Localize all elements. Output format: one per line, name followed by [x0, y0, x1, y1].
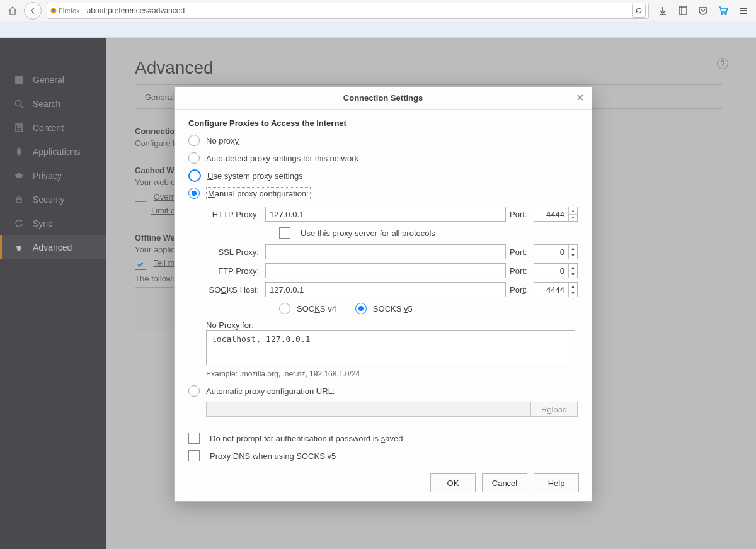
cart-button[interactable] — [714, 2, 732, 20]
noproxy-textarea[interactable] — [206, 330, 575, 365]
socks4-label: SOCKS v4 — [297, 304, 336, 314]
spinner[interactable]: ▲▼ — [568, 283, 577, 297]
downloads-button[interactable] — [654, 2, 672, 20]
connection-settings-dialog: Connection Settings Configure Proxies to… — [174, 86, 592, 502]
use-all-row: Use this proxy server for all protocols — [279, 224, 578, 242]
close-icon — [576, 94, 584, 101]
radio-label: Use system proxy settings — [207, 171, 303, 181]
dialog-body: Configure Proxies to Access the Internet… — [175, 110, 592, 421]
cancel-button[interactable]: Cancel — [482, 473, 527, 492]
proxydns-label: Proxy DNS when using SOCKS v5 — [210, 451, 336, 461]
port-label: Port: — [510, 247, 530, 257]
close-button[interactable] — [576, 93, 584, 103]
http-port-field[interactable] — [534, 207, 568, 221]
http-port-input[interactable]: ▲▼ — [534, 207, 578, 222]
radio-system-row: Use system proxy settings — [188, 167, 578, 184]
home-icon — [8, 6, 18, 16]
pocket-button[interactable] — [694, 2, 712, 20]
svg-rect-2 — [679, 7, 687, 14]
noprompt-row: Do not prompt for authentication if pass… — [188, 429, 578, 447]
ftp-port-field[interactable] — [534, 264, 568, 278]
url-input[interactable] — [83, 6, 629, 15]
ssl-host-input[interactable] — [265, 244, 506, 259]
socks-host-input[interactable] — [265, 282, 506, 297]
port-label: Port: — [510, 266, 530, 276]
help-button[interactable]: Help — [534, 473, 579, 492]
ssl-label: SSL Proxy: — [206, 247, 261, 257]
ok-button[interactable]: OK — [430, 473, 476, 492]
home-button[interactable] — [4, 2, 21, 20]
radio-autodetect-row: Auto-detect proxy settings for this netw… — [188, 149, 578, 167]
proxydns-row: Proxy DNS when using SOCKS v5 — [188, 447, 578, 465]
use-all-label: Use this proxy server for all protocols — [301, 229, 435, 238]
http-label: HTTP Proxy: — [206, 210, 261, 219]
radio-no-proxy[interactable] — [188, 135, 200, 146]
svg-point-4 — [725, 13, 726, 14]
menu-button[interactable] — [735, 2, 752, 20]
ftp-port-input[interactable]: ▲▼ — [534, 263, 578, 278]
browser-toolbar: Firefox — [0, 0, 756, 21]
ftp-label: FTP Proxy: — [206, 266, 261, 276]
identity-label: Firefox — [59, 7, 80, 14]
cart-icon — [718, 5, 729, 16]
dialog-titlebar: Connection Settings — [175, 87, 592, 110]
spinner[interactable]: ▲▼ — [568, 245, 577, 259]
info-bar — [0, 21, 756, 38]
reload-button[interactable] — [632, 4, 646, 18]
noproxy-label: No Proxy for: — [206, 320, 578, 330]
radio-label: Manual proxy configuration: — [206, 187, 311, 200]
radio-label: Automatic proxy configuration URL: — [206, 387, 335, 396]
svg-point-3 — [721, 13, 723, 14]
socks-version-row: SOCKS v4 SOCKS v5 — [279, 299, 578, 318]
spinner[interactable]: ▲▼ — [568, 207, 577, 221]
use-all-checkbox[interactable] — [279, 227, 290, 239]
port-label: Port: — [510, 285, 530, 295]
url-bar[interactable]: Firefox — [47, 3, 649, 19]
radio-manual[interactable] — [188, 188, 200, 199]
pocket-icon — [698, 6, 708, 16]
http-host-input[interactable] — [265, 207, 506, 222]
dialog-options: Do not prompt for authentication if pass… — [175, 421, 592, 465]
radio-socks5[interactable] — [355, 303, 367, 314]
download-icon — [658, 6, 668, 16]
ssl-row: SSL Proxy: Port: ▲▼ — [206, 242, 578, 261]
sidebar-toggle-button[interactable] — [674, 2, 692, 20]
dialog-footer: OK Cancel Help — [175, 465, 592, 501]
identity-badge: Firefox — [50, 7, 83, 14]
firefox-icon — [50, 7, 57, 14]
radio-system[interactable] — [188, 169, 201, 182]
socks-port-input[interactable]: ▲▼ — [534, 282, 578, 297]
radio-manual-row: Manual proxy configuration: — [188, 184, 578, 202]
radio-socks4[interactable] — [279, 303, 290, 314]
proxy-grid: HTTP Proxy: Port: ▲▼ Use this proxy serv… — [206, 205, 578, 318]
noproxy-example: Example: .mozilla.org, .net.nz, 192.168.… — [206, 370, 578, 378]
back-button[interactable] — [24, 2, 42, 20]
port-label: Port: — [510, 210, 530, 219]
radio-label: No proxy — [206, 136, 239, 145]
sidebar-icon — [678, 6, 688, 16]
ftp-host-input[interactable] — [265, 263, 506, 278]
socks-label: SOCKS Host: — [206, 285, 261, 295]
dialog-title: Connection Settings — [343, 93, 423, 103]
radio-no-proxy-row: No proxy — [188, 132, 578, 149]
reload-icon — [635, 7, 643, 14]
svg-point-1 — [52, 9, 55, 12]
noprompt-checkbox[interactable] — [188, 433, 200, 444]
radio-autocfg[interactable] — [188, 385, 200, 397]
arrow-left-icon — [28, 6, 37, 15]
autocfg-input-row: Reload — [206, 400, 578, 419]
proxydns-checkbox[interactable] — [188, 450, 200, 461]
spinner[interactable]: ▲▼ — [568, 264, 577, 278]
http-row: HTTP Proxy: Port: ▲▼ — [206, 205, 578, 224]
ssl-port-field[interactable] — [534, 245, 568, 259]
socks-row: SOCKS Host: Port: ▲▼ — [206, 280, 578, 299]
radio-autodetect[interactable] — [188, 152, 200, 164]
hamburger-icon — [738, 6, 748, 16]
radio-autocfg-row: Automatic proxy configuration URL: — [188, 382, 578, 400]
autocfg-url-input — [206, 402, 531, 417]
ssl-port-input[interactable]: ▲▼ — [534, 244, 578, 259]
socks-port-field[interactable] — [534, 283, 568, 297]
radio-label: Auto-detect proxy settings for this netw… — [206, 154, 358, 163]
socks5-label: SOCKS v5 — [373, 304, 413, 314]
noprompt-label: Do not prompt for authentication if pass… — [210, 434, 403, 443]
